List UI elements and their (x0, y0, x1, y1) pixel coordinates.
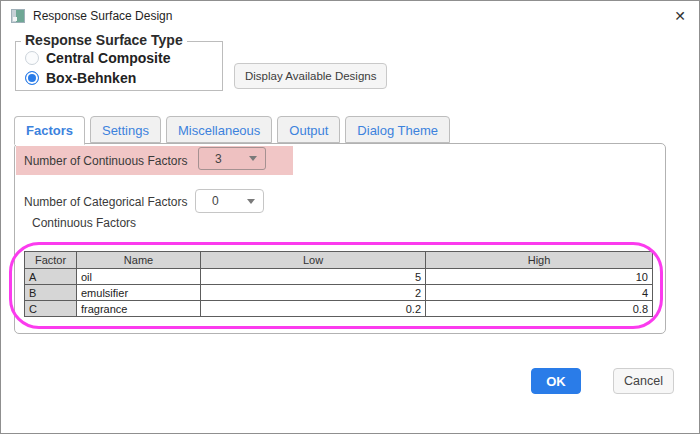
name-cell[interactable]: emulsifier (77, 285, 201, 301)
table-row: A oil 5 10 (25, 269, 653, 285)
response-surface-design-dialog: Response Surface Design ✕ Response Surfa… (0, 0, 700, 434)
column-header-factor: Factor (25, 252, 77, 269)
table-header-row: Factor Name Low High (25, 252, 653, 269)
low-cell[interactable]: 0.2 (201, 301, 426, 317)
chevron-down-icon (249, 156, 257, 161)
high-cell[interactable]: 0.8 (426, 301, 653, 317)
chevron-down-icon (247, 199, 255, 204)
app-icon-detail (13, 17, 17, 21)
tab-factors[interactable]: Factors (14, 116, 85, 145)
radio-unselected-icon[interactable] (25, 51, 39, 65)
continuous-factors-value: 3 (199, 152, 222, 166)
radio-central-composite[interactable]: Central Composite (25, 49, 170, 67)
group-legend: Response Surface Type (21, 32, 187, 48)
high-cell[interactable]: 10 (426, 269, 653, 285)
ok-button[interactable]: OK (531, 368, 581, 394)
tab-miscellaneous[interactable]: Miscellaneous (166, 116, 272, 143)
low-cell[interactable]: 2 (201, 285, 426, 301)
high-cell[interactable]: 4 (426, 285, 653, 301)
factor-cell: A (25, 269, 77, 285)
continuous-factors-dropdown[interactable]: 3 (198, 147, 266, 170)
tab-dialog-theme[interactable]: Dialog Theme (345, 116, 450, 143)
table-row: C fragrance 0.2 0.8 (25, 301, 653, 317)
column-header-high: High (426, 252, 653, 269)
titlebar: Response Surface Design ✕ (1, 1, 699, 31)
categorical-factors-label: Number of Categorical Factors (24, 195, 187, 209)
tab-bar: Factors Settings Miscellaneous Output Di… (14, 116, 450, 145)
tab-output[interactable]: Output (277, 116, 340, 143)
table-row: B emulsifier 2 4 (25, 285, 653, 301)
display-available-designs-button[interactable]: Display Available Designs (234, 63, 387, 89)
radio-box-behnken-label: Box-Behnken (46, 70, 136, 86)
continuous-factors-label: Number of Continuous Factors (24, 154, 187, 168)
categorical-factors-dropdown[interactable]: 0 (195, 189, 264, 213)
continuous-factors-table-caption: Continuous Factors (32, 216, 136, 230)
low-cell[interactable]: 5 (201, 269, 426, 285)
column-header-low: Low (201, 252, 426, 269)
factors-tab-panel: Number of Continuous Factors 3 Number of… (14, 143, 666, 334)
tab-settings[interactable]: Settings (90, 116, 161, 143)
continuous-factors-table: Factor Name Low High A oil 5 10 B emulsi… (24, 251, 653, 317)
categorical-factors-value: 0 (196, 194, 219, 208)
window-title: Response Surface Design (33, 9, 172, 23)
column-header-name: Name (77, 252, 201, 269)
name-cell[interactable]: fragrance (77, 301, 201, 317)
app-icon (11, 9, 25, 23)
factor-cell: B (25, 285, 77, 301)
response-surface-type-group: Response Surface Type Central Composite … (15, 41, 223, 91)
name-cell[interactable]: oil (77, 269, 201, 285)
radio-selected-icon[interactable] (25, 71, 39, 85)
radio-central-composite-label: Central Composite (46, 50, 170, 66)
factor-cell: C (25, 301, 77, 317)
close-icon[interactable]: ✕ (674, 8, 686, 24)
cancel-button[interactable]: Cancel (613, 368, 674, 394)
radio-box-behnken[interactable]: Box-Behnken (25, 69, 136, 87)
